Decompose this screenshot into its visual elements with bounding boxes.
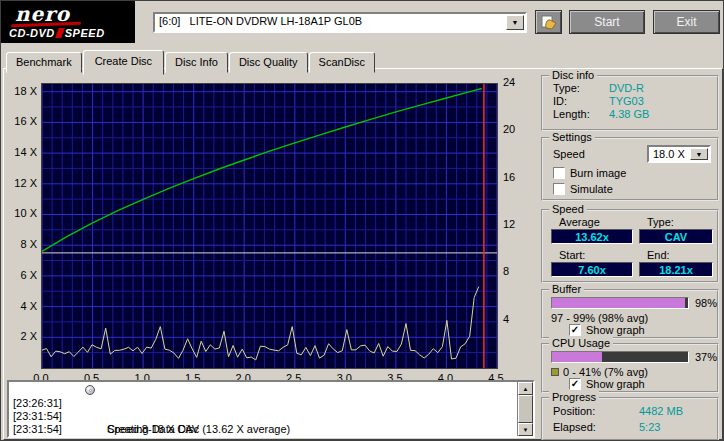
speed-panel-title: Speed <box>549 203 587 215</box>
buffer-show-graph-checkbox[interactable]: ✓ <box>569 324 581 336</box>
right-axis-tick: 16 <box>503 171 527 183</box>
buffer-title: Buffer <box>549 283 584 295</box>
average-speed-value: 13.62x <box>551 229 633 244</box>
cpu-show-graph-label: Show graph <box>586 378 645 390</box>
disc-type-label: Type: <box>553 82 580 94</box>
disc-type-value: DVD-R <box>609 82 644 94</box>
right-axis-tick: 8 <box>503 265 527 277</box>
log-row: [23:26:31] Creating Data Disc <box>9 384 533 397</box>
left-axis-tick: 10 X <box>3 207 37 219</box>
simulate-label: Simulate <box>570 183 613 195</box>
cpu-panel: CPU Usage 37% 0 - 41% (7% avg) ✓ Show gr… <box>541 343 719 393</box>
disc-info-title: Disc info <box>549 69 597 81</box>
log-message: Elapsed Time: 5:23 <box>107 436 204 438</box>
left-axis-tick: 8 X <box>3 238 37 250</box>
event-log[interactable]: [23:26:31] Creating Data Disc [23:31:54]… <box>7 380 535 438</box>
burn-image-checkbox[interactable] <box>553 167 565 179</box>
buffer-range: 97 - 99% (98% avg) <box>551 312 648 324</box>
log-timestamp: [23:31:54] <box>13 423 62 436</box>
drive-select-value: [6:0] LITE-ON DVDRW LH-18A1P GL0B <box>159 15 362 27</box>
left-axis-tick: 18 X <box>3 85 37 97</box>
drive-select[interactable]: [6:0] LITE-ON DVDRW LH-18A1P GL0B ▼ <box>153 12 527 33</box>
hand-icon <box>540 14 558 30</box>
chart-region: 2 X4 X6 X8 X10 X12 X14 X16 X18 X48121620… <box>3 79 535 381</box>
right-axis-tick: 24 <box>503 76 527 88</box>
left-axis-tick: 2 X <box>3 330 37 342</box>
lightning-icon <box>55 28 65 38</box>
log-row: [23:31:54] Elapsed Time: 5:23 <box>9 410 533 423</box>
burn-image-label: Burn image <box>570 167 626 179</box>
start-speed-value: 7.60x <box>551 262 633 277</box>
tab-bar: Benchmark Create Disc Disc Info Disc Qua… <box>6 50 376 73</box>
cpu-show-graph-checkbox[interactable]: ✓ <box>569 378 581 390</box>
scroll-up-icon[interactable]: ▲ <box>518 382 533 395</box>
elapsed-label: Elapsed: <box>553 421 596 433</box>
nero-logo: nero CD-DVDSPEED <box>1 1 135 43</box>
buffer-percent: 98% <box>695 297 717 309</box>
speed-chart <box>41 83 498 369</box>
tab-benchmark[interactable]: Benchmark <box>6 52 82 73</box>
logo-cddvd: CD-DVD <box>9 27 55 39</box>
tab-scandisc[interactable]: ScanDisc <box>309 52 375 73</box>
tab-disc-quality[interactable]: Disc Quality <box>229 52 308 73</box>
speed-setting-label: Speed <box>553 148 585 160</box>
cpu-percent: 37% <box>695 351 717 363</box>
chevron-down-icon[interactable]: ▼ <box>690 148 708 160</box>
position-value: 4482 MB <box>639 405 683 417</box>
disc-id-label: ID: <box>553 95 567 107</box>
speed-panel: Speed Average Type: 13.62x CAV Start: En… <box>541 209 719 283</box>
right-axis-tick: 4 <box>503 313 527 325</box>
cpu-range: 0 - 41% (7% avg) <box>563 366 648 378</box>
left-axis-tick: 16 X <box>3 115 37 127</box>
exit-button[interactable]: Exit <box>653 10 720 34</box>
scrollbar-thumb[interactable] <box>518 395 533 423</box>
log-scrollbar[interactable]: ▲ ▼ <box>517 382 533 436</box>
cpu-bar <box>551 351 689 363</box>
progress-panel: Progress Position: 4482 MB Elapsed: 5:23 <box>541 397 719 441</box>
start-button[interactable]: Start <box>569 10 645 34</box>
left-axis-tick: 6 X <box>3 269 37 281</box>
left-axis-tick: 12 X <box>3 177 37 189</box>
buffer-panel: Buffer 98% 97 - 99% (98% avg) ✓ Show gra… <box>541 289 719 339</box>
left-axis-tick: 14 X <box>3 146 37 158</box>
speed-select-value: 18.0 X <box>653 148 685 160</box>
buffer-bar <box>551 297 689 309</box>
start-label: Start: <box>559 249 585 261</box>
progress-title: Progress <box>549 391 599 403</box>
right-axis-tick: 20 <box>503 123 527 135</box>
log-message: Speed:8-18 X CAV (13.62 X average) <box>107 423 290 436</box>
buffer-show-graph-label: Show graph <box>586 324 645 336</box>
disc-length-label: Length: <box>553 108 590 120</box>
simulate-checkbox[interactable] <box>553 183 565 195</box>
tab-create-disc[interactable]: Create Disc <box>83 50 164 75</box>
disc-id-value: TYG03 <box>609 95 644 107</box>
cpu-legend-color-chip <box>551 368 559 376</box>
position-label: Position: <box>553 405 595 417</box>
chevron-down-icon[interactable]: ▼ <box>506 15 524 30</box>
settings-title: Settings <box>549 131 595 143</box>
average-label: Average <box>559 216 600 228</box>
disc-info-panel: Disc info Type: DVD-R ID: TYG03 Length: … <box>541 75 719 131</box>
settings-panel: Settings Speed 18.0 X ▼ Burn image Simul… <box>541 137 719 201</box>
type-label: Type: <box>647 216 674 228</box>
buffer-bar-fill <box>552 298 685 308</box>
end-speed-value: 18.21x <box>639 262 713 277</box>
scroll-down-icon[interactable]: ▼ <box>518 423 533 436</box>
logo-speed: SPEED <box>65 27 105 39</box>
left-axis-tick: 4 X <box>3 300 37 312</box>
end-label: End: <box>647 249 670 261</box>
speed-type-value: CAV <box>639 229 713 244</box>
cpu-bar-fill <box>552 352 602 362</box>
elapsed-value: 5:23 <box>639 421 660 433</box>
cpu-title: CPU Usage <box>549 337 613 349</box>
disc-length-value: 4.38 GB <box>609 108 649 120</box>
app-window: nero CD-DVDSPEED [6:0] LITE-ON DVDRW LH-… <box>0 0 724 441</box>
right-axis-tick: 12 <box>503 218 527 230</box>
disc-icon <box>85 385 95 395</box>
logo-text-cdvdspeed: CD-DVDSPEED <box>9 27 105 39</box>
tab-disc-info[interactable]: Disc Info <box>165 52 228 73</box>
log-row: [23:31:54] Speed:8-18 X CAV (13.62 X ave… <box>9 397 533 410</box>
options-button[interactable] <box>535 10 562 34</box>
speed-select[interactable]: 18.0 X ▼ <box>647 145 711 163</box>
